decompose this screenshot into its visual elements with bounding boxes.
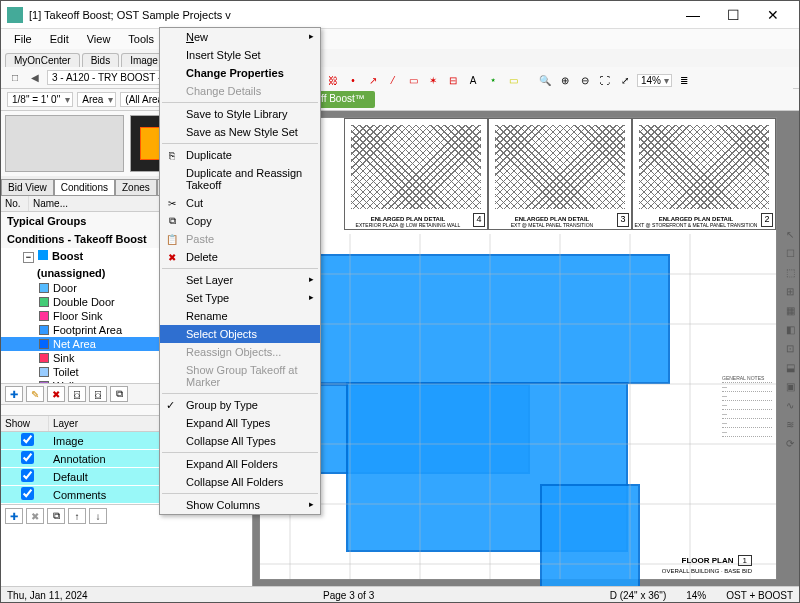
zoom-select[interactable]: 14% bbox=[637, 74, 672, 87]
menu-tools[interactable]: Tools bbox=[121, 31, 161, 47]
menu-item[interactable]: Save to Style Library bbox=[160, 105, 320, 123]
delete-button[interactable]: ✖ bbox=[47, 386, 65, 402]
layer-col-show[interactable]: Show bbox=[1, 416, 49, 431]
menu-item[interactable]: Collapse All Folders bbox=[160, 473, 320, 491]
menu-item[interactable]: Set Layer bbox=[160, 271, 320, 289]
tab-conditions[interactable]: Conditions bbox=[54, 179, 115, 195]
opt1-button[interactable]: ⌼ bbox=[68, 386, 86, 402]
mode-select[interactable]: Area bbox=[77, 92, 116, 107]
rt-11[interactable]: ≋ bbox=[782, 416, 798, 432]
menu-item[interactable]: Insert Style Set bbox=[160, 46, 320, 64]
scale-select[interactable]: 1/8" = 1' 0" bbox=[7, 92, 73, 107]
tool-line[interactable]: ∕ bbox=[385, 72, 401, 88]
layer-name: Annotation bbox=[49, 453, 106, 465]
rt-9[interactable]: ▣ bbox=[782, 378, 798, 394]
status-bar: Thu, Jan 11, 2024 Page 3 of 3 D (24" x 3… bbox=[1, 586, 799, 603]
menu-item[interactable]: ✓Group by Type bbox=[160, 396, 320, 414]
rt-3[interactable]: ⬚ bbox=[782, 264, 798, 280]
new-icon[interactable]: □ bbox=[7, 70, 23, 86]
tool-text[interactable]: A bbox=[465, 72, 481, 88]
menu-item[interactable]: Change Properties bbox=[160, 64, 320, 82]
tab-zones[interactable]: Zones bbox=[115, 179, 157, 195]
menu-item[interactable]: Save as New Style Set bbox=[160, 123, 320, 141]
tool-x[interactable]: ✶ bbox=[425, 72, 441, 88]
menubar: File Edit View Tools Image bbox=[1, 29, 799, 49]
layer-checkbox[interactable] bbox=[21, 433, 34, 446]
rt-12[interactable]: ⟳ bbox=[782, 435, 798, 451]
menu-item: Change Details bbox=[160, 82, 320, 100]
menu-item[interactable]: Expand All Types bbox=[160, 414, 320, 432]
zoom-in-icon[interactable]: ⊕ bbox=[557, 72, 573, 88]
status-mode: OST + BOOST bbox=[726, 590, 793, 601]
layer-down-button[interactable]: ↓ bbox=[89, 508, 107, 524]
rt-6[interactable]: ◧ bbox=[782, 321, 798, 337]
add-button[interactable]: ✚ bbox=[5, 386, 23, 402]
tool-stamp[interactable]: ⭑ bbox=[485, 72, 501, 88]
menu-item[interactable]: Collapse All Types bbox=[160, 432, 320, 450]
menu-item[interactable]: ⧉Copy bbox=[160, 212, 320, 230]
rt-1[interactable]: ↖ bbox=[782, 226, 798, 242]
menu-item: Show Group Takeoff at Marker bbox=[160, 361, 320, 391]
workspace-tabs: MyOnCenter Bids Image Tak bbox=[1, 49, 799, 67]
swatch-icon bbox=[39, 311, 49, 321]
menu-item[interactable]: ⎘Duplicate bbox=[160, 146, 320, 164]
rt-4[interactable]: ⊞ bbox=[782, 283, 798, 299]
layer-remove-button[interactable]: ✖ bbox=[26, 508, 44, 524]
close-button[interactable]: ✕ bbox=[753, 2, 793, 28]
tool-point[interactable]: • bbox=[345, 72, 361, 88]
layers-icon[interactable]: ≣ bbox=[676, 72, 692, 88]
thumbnail-1[interactable] bbox=[5, 115, 124, 172]
edit-button[interactable]: ✎ bbox=[26, 386, 44, 402]
menu-item: 📋Paste bbox=[160, 230, 320, 248]
menu-item[interactable]: New bbox=[160, 28, 320, 46]
tool-link[interactable]: ⛓ bbox=[325, 72, 341, 88]
tool-arrow[interactable]: ↗ bbox=[365, 72, 381, 88]
menu-item[interactable]: Show Columns bbox=[160, 496, 320, 514]
tool-highlight[interactable]: ▭ bbox=[505, 72, 521, 88]
layer-up-button[interactable]: ↑ bbox=[68, 508, 86, 524]
opt3-button[interactable]: ⧉ bbox=[110, 386, 128, 402]
context-menu: NewInsert Style SetChange PropertiesChan… bbox=[159, 27, 321, 515]
rt-10[interactable]: ∿ bbox=[782, 397, 798, 413]
layer-name: Comments bbox=[49, 489, 106, 501]
menu-item[interactable]: Set Type bbox=[160, 289, 320, 307]
maximize-button[interactable]: ☐ bbox=[713, 2, 753, 28]
opt2-button[interactable]: ⌼ bbox=[89, 386, 107, 402]
zoom-out-icon[interactable]: ⊖ bbox=[577, 72, 593, 88]
zoom-window-icon[interactable]: 🔍 bbox=[537, 72, 553, 88]
menu-item[interactable]: Rename bbox=[160, 307, 320, 325]
tab-bids[interactable]: Bids bbox=[82, 53, 119, 67]
menu-item[interactable]: Duplicate and Reassign Takeoff bbox=[160, 164, 320, 194]
rt-5[interactable]: ▦ bbox=[782, 302, 798, 318]
minimize-button[interactable]: — bbox=[673, 2, 713, 28]
menu-view[interactable]: View bbox=[80, 31, 118, 47]
drawing-canvas[interactable]: ENLARGED PLAN DETAILEXTERIOR PLAZA @ LOW… bbox=[253, 111, 799, 586]
menu-item[interactable]: ✖Delete bbox=[160, 248, 320, 266]
rt-8[interactable]: ⬓ bbox=[782, 359, 798, 375]
layer-add-button[interactable]: ✚ bbox=[5, 508, 23, 524]
rt-7[interactable]: ⊡ bbox=[782, 340, 798, 356]
layer-checkbox[interactable] bbox=[21, 469, 34, 482]
tab-bidview[interactable]: Bid View bbox=[1, 179, 54, 195]
menu-item[interactable]: ✂Cut bbox=[160, 194, 320, 212]
collapse-icon[interactable]: − bbox=[23, 252, 34, 263]
tool-dash[interactable]: ⊟ bbox=[445, 72, 461, 88]
col-no[interactable]: No. bbox=[1, 196, 29, 211]
menu-item[interactable]: Select Objects bbox=[160, 325, 320, 343]
zoom-actual-icon[interactable]: ⤢ bbox=[617, 72, 633, 88]
rt-2[interactable]: ☐ bbox=[782, 245, 798, 261]
tool-rect[interactable]: ▭ bbox=[405, 72, 421, 88]
layer-checkbox[interactable] bbox=[21, 451, 34, 464]
menu-item[interactable]: Expand All Folders bbox=[160, 455, 320, 473]
prev-icon[interactable]: ◀ bbox=[27, 70, 43, 86]
tab-myoncenter[interactable]: MyOnCenter bbox=[5, 53, 80, 67]
menu-edit[interactable]: Edit bbox=[43, 31, 76, 47]
zoom-fit-icon[interactable]: ⛶ bbox=[597, 72, 613, 88]
layer-checkbox[interactable] bbox=[21, 487, 34, 500]
status-date: Thu, Jan 11, 2024 bbox=[7, 590, 88, 601]
menu-file[interactable]: File bbox=[7, 31, 39, 47]
layer-copy-button[interactable]: ⧉ bbox=[47, 508, 65, 524]
swatch-icon bbox=[39, 339, 49, 349]
right-toolbar: ↖ ☐ ⬚ ⊞ ▦ ◧ ⊡ ⬓ ▣ ∿ ≋ ⟳ bbox=[781, 223, 799, 454]
drawing-toolbar: ⛓ • ↗ ∕ ▭ ✶ ⊟ A ⭑ ▭ 🔍 ⊕ ⊖ ⛶ ⤢ 14% ≣ bbox=[321, 69, 793, 91]
